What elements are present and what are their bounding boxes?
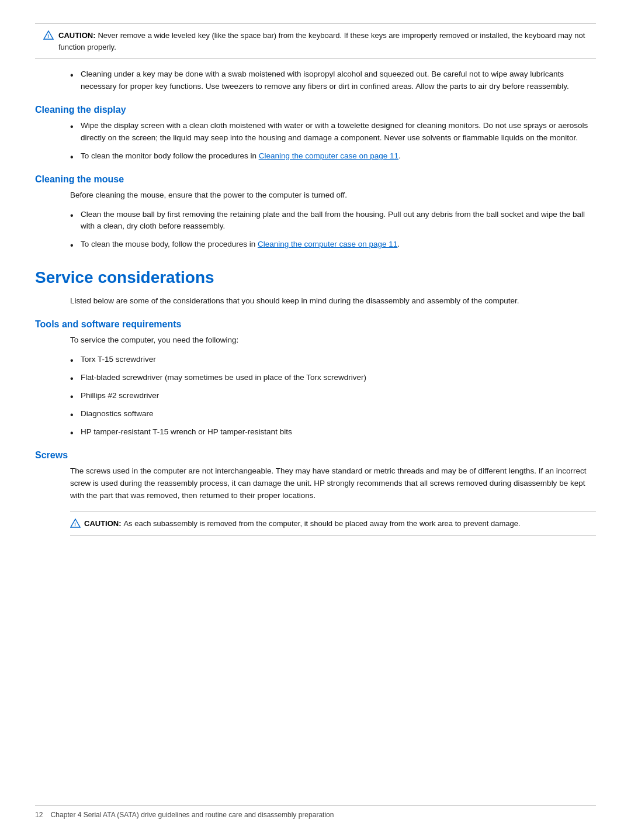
footer-page-number: 12 xyxy=(35,811,43,819)
tools-item-3: Phillips #2 screwdriver xyxy=(70,390,596,402)
svg-text:!: ! xyxy=(47,33,49,39)
screws-text: The screws used in the computer are not … xyxy=(70,465,596,502)
caution2-label: CAUTION: xyxy=(84,519,122,528)
cleaning-mouse-bullet-2: To clean the mouse body, follow the proc… xyxy=(70,238,596,251)
cleaning-mouse-bullet-1: Clean the mouse ball by first removing t… xyxy=(70,209,596,233)
svg-text:!: ! xyxy=(74,521,76,527)
keyboard-bullet-list: Cleaning under a key may be done with a … xyxy=(70,68,596,93)
caution-content-keyboard: CAUTION: Never remove a wide leveled key… xyxy=(58,30,588,53)
service-considerations-intro: Listed below are some of the considerati… xyxy=(70,295,596,307)
caution-label-keyboard: CAUTION: xyxy=(58,31,96,40)
cleaning-mouse-bullet2-suffix: . xyxy=(397,240,400,248)
tools-item-1: Torx T-15 screwdriver xyxy=(70,354,596,366)
cleaning-display-bullet-1: Wipe the display screen with a clean clo… xyxy=(70,120,596,144)
tools-software-heading: Tools and software requirements xyxy=(35,319,596,330)
cleaning-display-bullet2-suffix: . xyxy=(398,151,401,160)
footer: 12 Chapter 4 Serial ATA (SATA) drive gui… xyxy=(35,806,596,819)
tools-item-5: HP tamper-resistant T-15 wrench or HP ta… xyxy=(70,426,596,438)
caution-icon-keyboard: ! xyxy=(43,30,54,42)
cleaning-display-bullet-2: To clean the monitor body follow the pro… xyxy=(70,150,596,163)
service-considerations-heading: Service considerations xyxy=(35,268,596,287)
tools-software-list: Torx T-15 screwdriver Flat-bladed screwd… xyxy=(70,354,596,438)
caution2-text: As each subassembly is removed from the … xyxy=(123,519,520,528)
footer-chapter: Chapter 4 Serial ATA (SATA) drive guidel… xyxy=(51,811,334,819)
cleaning-mouse-link[interactable]: Cleaning the computer case on page 11 xyxy=(258,240,397,248)
caution2-content: CAUTION: As each subassembly is removed … xyxy=(84,518,521,530)
cleaning-mouse-bullet2-text: To clean the mouse body, follow the proc… xyxy=(81,240,258,248)
caution-box-keyboard: ! CAUTION: Never remove a wide leveled k… xyxy=(35,23,596,59)
caution-text-keyboard: Never remove a wide leveled key (like th… xyxy=(58,31,585,51)
tools-software-intro: To service the computer, you need the fo… xyxy=(70,334,596,347)
cleaning-display-list: Wipe the display screen with a clean clo… xyxy=(70,120,596,163)
cleaning-display-bullet2-text: To clean the monitor body follow the pro… xyxy=(81,151,259,160)
caution-box-screws: ! CAUTION: As each subassembly is remove… xyxy=(70,511,596,536)
caution-icon-screws: ! xyxy=(70,518,81,530)
screws-heading: Screws xyxy=(35,450,596,461)
tools-item-4: Diagnostics software xyxy=(70,408,596,420)
cleaning-display-heading: Cleaning the display xyxy=(35,105,596,115)
keyboard-bullet-1: Cleaning under a key may be done with a … xyxy=(70,68,596,93)
cleaning-mouse-intro: Before cleaning the mouse, ensure that t… xyxy=(70,189,596,202)
tools-item-2: Flat-bladed screwdriver (may sometimes b… xyxy=(70,372,596,384)
cleaning-mouse-heading: Cleaning the mouse xyxy=(35,174,596,185)
cleaning-display-link[interactable]: Cleaning the computer case on page 11 xyxy=(259,151,398,160)
cleaning-mouse-list: Clean the mouse ball by first removing t… xyxy=(70,209,596,251)
